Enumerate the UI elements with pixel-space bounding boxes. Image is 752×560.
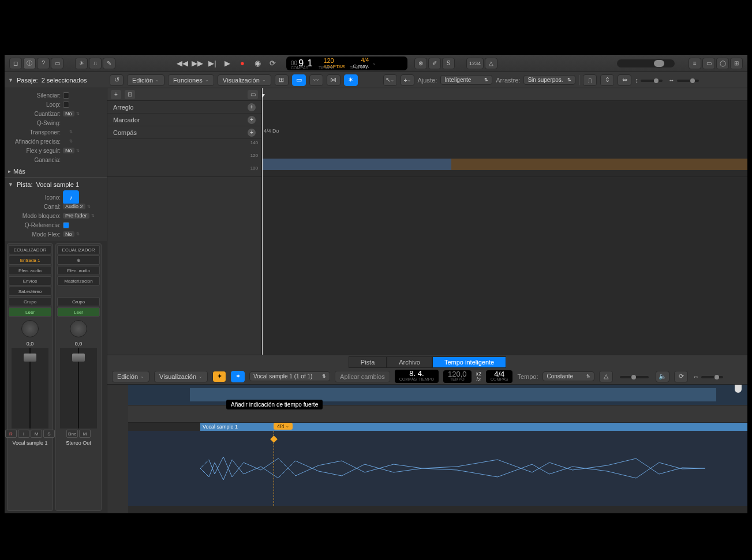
sends-slot[interactable]: Envíos [9,276,51,285]
replace-btn[interactable]: ⟳ [265,58,279,69]
pan-knob[interactable] [21,320,39,337]
drag-select[interactable]: Sin superpos.⇅ [523,75,575,85]
marker-lane[interactable] [262,114,747,126]
help-btn[interactable]: ? [37,58,50,69]
tool-1[interactable]: ⊗ [414,58,427,69]
eq-slot[interactable]: ECUALIZADOR [9,245,51,254]
toolbar-btn[interactable]: ▭ [51,58,63,69]
volume-fader[interactable] [60,348,97,429]
apply-changes-btn[interactable]: Aplicar cambios [335,371,390,382]
inspector-value[interactable]: Audio 2⇅ [63,204,103,209]
functions-menu[interactable]: Funciones⌄ [168,74,214,86]
forward-btn[interactable]: ▶▶ [190,58,204,69]
edit-btn[interactable]: ✎ [103,58,115,69]
more-disclosure[interactable]: Más [13,168,25,175]
tempo-mode-select[interactable]: Constante⇅ [543,371,594,381]
mixer-btn[interactable]: ⎍ [89,58,102,69]
snap-select[interactable]: Inteligente⇅ [440,75,492,85]
speaker-icon[interactable]: 🔈 [656,371,669,382]
add-icon[interactable]: + [248,103,256,111]
editor-overview[interactable]: Añadir indicación de tiempo fuerte [128,385,747,405]
tool-2[interactable]: ✐ [428,58,441,69]
list-btn[interactable]: ≡ [689,58,701,69]
arrangement-lane[interactable] [262,101,747,114]
hzoom-slider[interactable]: ↔ [668,77,701,84]
editor-edit-menu[interactable]: Edición⌄ [112,371,149,382]
tempo-double[interactable]: x2 [476,371,482,377]
edit-menu[interactable]: Edición⌄ [127,74,164,86]
cycle-btn[interactable]: ◉ [250,58,264,69]
tab-track[interactable]: Pista [349,356,387,368]
input-slot[interactable]: ⊕ [57,255,100,265]
display-btn[interactable]: ☀ [75,58,88,69]
inspector-btn[interactable]: ⓘ [23,58,36,69]
smarttempo-btn[interactable]: ✶ [344,74,358,86]
strip-Bnc-btn[interactable]: Bnc [66,430,78,438]
library-btn[interactable]: ◻ [9,58,22,69]
inspector-value[interactable]: ⇅ [63,130,103,134]
editor-lcd-tempo[interactable]: 120,0 TEMPO [443,370,472,383]
tab-smart-tempo[interactable]: Tempo inteligente [432,356,506,368]
global-track-header[interactable]: Arreglo+ [107,101,261,114]
add-icon[interactable]: + [248,129,256,137]
inspector-value[interactable]: No⇅ [63,231,103,237]
input-slot[interactable]: Entrada 1 [9,255,51,265]
editor-tool-2[interactable]: ✶ [231,371,245,382]
lcd-display[interactable]: 00 9 1 COMPÁS TIEMPO 120 ADAPTAR TEMPO 4… [286,57,407,70]
stop-btn[interactable]: ▶| [205,58,219,69]
inspector-value[interactable]: ⇅ [63,139,103,144]
automation-slot[interactable]: Leer [9,307,51,317]
inspector-value[interactable]: Pre-fader⇅ [63,213,103,219]
pointer-tool[interactable]: ↖⌄ [383,74,397,86]
duplicate-track-btn[interactable]: ⊡ [125,90,135,99]
automation-slot[interactable]: Leer [57,307,100,317]
fx-slot[interactable]: Efec. audio [57,266,100,275]
inspector-value[interactable]: ♪ [63,190,103,204]
waveform-zoom[interactable]: ⎍ [583,74,597,86]
strip-I-btn[interactable]: I [18,430,29,438]
browser-btn[interactable]: ⊞ [730,58,743,69]
editor-lcd-position[interactable]: 8. 4. COMPÁS TIEMPO [395,370,439,383]
eq-slot[interactable]: ECUALIZADOR [57,245,100,254]
vzoom-btn[interactable]: ⇕ [600,74,614,86]
notes-btn[interactable]: ▭ [702,58,715,69]
fx-slot[interactable]: Efec. audio [9,266,51,275]
rewind-btn[interactable]: ◀◀ [175,58,189,69]
volume-fader[interactable] [12,348,48,429]
cycle-icon[interactable]: ⟳ [674,371,688,382]
vzoom-slider[interactable]: ↕ [635,77,665,84]
add-icon[interactable]: + [248,116,256,124]
inspector-value[interactable] [63,222,103,228]
editor-waveform[interactable] [128,431,747,506]
signature-lane[interactable]: 4/4 Do [262,126,747,139]
fx-slot[interactable]: Masterización [57,276,100,285]
global-track-header[interactable]: Marcador+ [107,114,261,126]
chevron-down-icon[interactable]: ▼ [8,77,13,83]
tempo-lane[interactable] [262,139,747,177]
inspector-value[interactable]: No⇅ [63,148,103,153]
alt-tool[interactable]: +⌄ [401,74,414,86]
editor-hzoom-slider[interactable]: ↔ [693,373,725,380]
editor-lcd-sig[interactable]: 4/4 COMPÁS [486,370,512,383]
downbeat-marker[interactable] [274,431,274,506]
pan-knob[interactable] [70,320,87,337]
chevron-down-icon[interactable]: ▼ [8,182,13,187]
editor-tool-1[interactable]: ✶ [212,371,226,382]
global-track-header[interactable]: Compás+ [107,126,261,139]
loop-btn[interactable]: ⋈ [327,74,341,86]
play-btn[interactable]: ▶ [220,58,234,69]
countoff-btn[interactable]: 1234 [466,58,484,69]
region-end-handle[interactable] [735,385,742,393]
cycle-btn-2[interactable]: ↺ [110,74,124,86]
inspector-value[interactable]: No⇅ [63,111,103,116]
strip-M-btn[interactable]: M [79,430,91,438]
strip-S-btn[interactable]: S [43,430,55,438]
editor-file-select[interactable]: Vocal sample 1 (1 of 1)⇅ [249,371,330,381]
strip-M-btn[interactable]: M [31,430,42,438]
inspector-value[interactable] [63,102,103,108]
global-tracks-btn[interactable]: ▭ [248,90,258,99]
tab-file[interactable]: Archivo [387,356,432,368]
view-menu[interactable]: Visualización⌄ [218,74,271,86]
metronome-btn[interactable]: △ [485,58,497,69]
flex-btn[interactable]: 〰 [309,74,323,86]
